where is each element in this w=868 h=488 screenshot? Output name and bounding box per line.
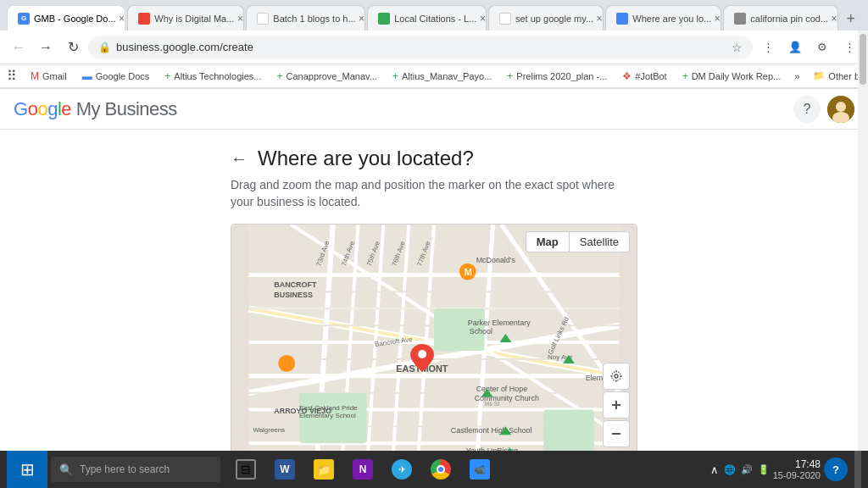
back-arrow-button[interactable]: ← [231,149,248,169]
prelims-icon: + [507,70,513,82]
local-favicon [378,13,390,25]
svg-text:Iris St: Iris St [485,401,500,407]
zoom-in-button[interactable] [603,391,630,419]
setup-favicon [499,13,511,25]
tray-icons: ∧ 🌐 🔊 🔋 [710,463,770,476]
bookmark-altius-payo-label: Altius_Manav_Payo... [402,71,492,81]
docs-icon: ▬ [82,70,92,82]
main-content: ← Where are you located? Drag and zoom t… [0,130,868,452]
tab-why[interactable]: Why is Digital Ma... × [127,5,244,30]
taskbar-explorer-app[interactable]: 📁 [305,451,342,488]
bookmark-altius-payo[interactable]: + Altius_Manav_Payo... [386,69,498,84]
taskbar-apps: ⊟ W 📁 N ✈ 📹 [227,451,498,488]
my-location-button[interactable] [603,363,630,390]
apps-grid-icon[interactable]: ⠿ [7,68,17,84]
page-header: ← Where are you located? [231,147,637,170]
bookmark-canapprove-label: Canapprove_Manav... [287,71,377,81]
tab-label-gmb: GMB - Google Do... [34,14,116,24]
help-tray-button[interactable]: ? [824,458,848,481]
map-container[interactable]: 73rd Ave 74th Ave 75th Ave 76th Ave 77th… [231,224,637,452]
satellite-button[interactable]: Satellite [569,231,630,252]
taskbar-telegram-app[interactable]: ✈ [383,451,420,488]
altius-icon: + [164,70,170,82]
tab-local[interactable]: Local Citations - L... × [367,5,487,30]
map-button[interactable]: Map [526,231,569,252]
forward-button[interactable]: → [34,36,58,59]
tab-label-batch: Batch 1 blogs to h... [273,14,355,24]
taskbar-word-app[interactable]: W [266,451,303,488]
taskbar-search[interactable]: 🔍 Type here to search [51,457,220,482]
bookmark-canapprove[interactable]: + Canapprove_Manav... [270,69,383,84]
chrome-icon [431,459,451,480]
user-avatar[interactable] [827,96,854,123]
bookmark-docs[interactable]: ▬ Google Docs [75,69,157,84]
gmail-icon: M [31,70,39,82]
onenote-icon: N [353,459,373,480]
word-icon: W [275,459,295,480]
map-zoom-controls [603,363,630,447]
system-tray: ∧ 🌐 🔊 🔋 17:48 15-09-2020 ? [710,451,861,488]
logo-e: e [61,98,71,119]
new-tab-button[interactable]: + [840,7,861,30]
search-icon: 🔍 [59,463,73,476]
start-button[interactable]: ⊞ [7,451,47,488]
svg-point-61 [418,350,426,358]
bookmark-star-icon[interactable]: ☆ [732,41,743,54]
plus-icon [609,398,623,412]
gmb-favicon: G [18,13,30,25]
tab-gmb[interactable]: G GMB - Google Do... × [7,5,125,30]
address-text: business.google.com/create [116,41,726,53]
tab-close-setup[interactable]: × [593,13,604,25]
app-header: Google My Business ? [0,89,868,130]
volume-icon[interactable]: 🔊 [741,464,753,475]
tab-capin[interactable]: california pin cod... × [723,5,838,30]
altius-payo-icon: + [392,70,398,82]
bookmark-docs-label: Google Docs [96,71,150,81]
back-button[interactable]: ← [7,36,31,59]
tab-close-why[interactable]: × [234,13,244,25]
taskbar-zoom-app[interactable]: 📹 [461,451,498,488]
location-icon [609,369,623,383]
help-button[interactable]: ? [793,96,821,123]
user-icon[interactable]: 👤 [783,36,807,59]
svg-point-63 [612,372,621,381]
task-view-button[interactable]: ⊟ [227,451,264,488]
settings-icon[interactable]: ⚙ [810,36,834,59]
taskbar-chrome-app[interactable] [422,451,459,488]
svg-text:Elementary School: Elementary School [299,413,356,420]
tab-close-gmb[interactable]: × [116,13,126,25]
map-type-controls: Map Satellite [526,231,630,252]
zoom-out-button[interactable] [603,420,630,447]
taskbar-onenote-app[interactable]: N [344,451,381,488]
tab-setup[interactable]: set up google my... × [488,5,604,30]
tab-batch[interactable]: Batch 1 blogs to h... × [246,5,365,30]
bookmark-prelims-label: Prelims 2020_plan -... [516,71,607,81]
clock[interactable]: 17:48 15-09-2020 [773,458,821,480]
tab-close-local[interactable]: × [476,13,487,25]
show-desktop-button[interactable] [854,451,861,488]
tab-where[interactable]: Where are you lo... × [605,5,721,30]
bookmark-jotbot[interactable]: ❖ #JotBot [615,69,673,84]
tab-close-where[interactable]: × [711,13,721,25]
more-bookmarks-button[interactable]: » [789,69,804,83]
chevron-up-icon[interactable]: ∧ [710,463,719,476]
bookmark-prelims[interactable]: + Prelims 2020_plan -... [500,69,614,84]
tab-close-batch[interactable]: × [356,13,366,25]
tab-close-capin[interactable]: × [828,13,838,25]
reload-button[interactable]: ↻ [61,36,85,59]
page-title: Where are you located? [258,147,474,170]
map-view: 73rd Ave 74th Ave 75th Ave 76th Ave 77th… [231,225,637,452]
bookmark-altius[interactable]: + Altius Technologies... [158,69,268,84]
svg-point-1 [836,102,846,112]
svg-text:Walgreens: Walgreens [253,427,285,435]
extensions-button[interactable]: ⋮ [756,36,780,59]
logo-mybusiness: My Business [71,98,177,119]
scrollbar-thumb[interactable] [860,34,866,85]
telegram-icon: ✈ [392,459,412,480]
header-right: ? [793,96,854,123]
bookmark-dm[interactable]: + DM Daily Work Rep... [676,69,788,84]
scrollbar-track[interactable] [858,30,868,451]
svg-text:Center of Hope: Center of Hope [476,385,528,393]
bookmark-gmail[interactable]: M Gmail [24,69,74,84]
address-bar[interactable]: 🔒 business.google.com/create ☆ [88,36,753,59]
